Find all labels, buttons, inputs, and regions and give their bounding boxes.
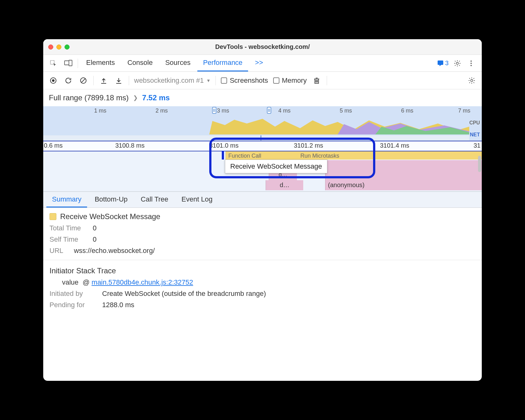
stack-trace-title: Initiator Stack Trace bbox=[49, 266, 476, 275]
upload-icon[interactable] bbox=[99, 76, 109, 86]
axis-tick: 1 ms bbox=[94, 108, 106, 114]
performance-toolbar: websocketking.com #1 ▼ Screenshots Memor… bbox=[43, 72, 482, 89]
flamechart-tooltip: Receive WebSocket Message bbox=[225, 160, 327, 173]
svg-point-16 bbox=[471, 79, 473, 81]
url-value: wss://echo.websocket.org/ bbox=[74, 247, 155, 255]
axis-tick: 5 ms bbox=[340, 108, 352, 114]
flamechart[interactable]: 0.6 ms 3100.8 ms 3101.0 ms 3101.2 ms 310… bbox=[43, 141, 482, 192]
chevron-right-icon: ❯ bbox=[133, 94, 138, 101]
flamechart-bar[interactable]: (anonymous) bbox=[325, 180, 482, 190]
screenshots-label: Screenshots bbox=[230, 76, 268, 85]
settings-gear-icon[interactable] bbox=[452, 58, 462, 68]
device-toolbar-icon[interactable] bbox=[61, 55, 75, 71]
tab-performance[interactable]: Performance bbox=[197, 55, 248, 71]
checkbox-icon bbox=[221, 77, 227, 84]
flamechart-bar[interactable] bbox=[325, 170, 482, 180]
separator bbox=[78, 59, 78, 68]
reload-record-button[interactable] bbox=[63, 76, 73, 86]
svg-rect-3 bbox=[438, 60, 443, 65]
total-time-value: 0 bbox=[93, 224, 96, 232]
more-vertical-icon[interactable] bbox=[466, 58, 476, 68]
svg-point-7 bbox=[470, 65, 472, 66]
svg-point-9 bbox=[52, 79, 55, 82]
axis-tick: 4 ms bbox=[278, 108, 290, 114]
flamechart-bar[interactable]: Function Call Run Microtasks bbox=[226, 151, 482, 160]
memory-label: Memory bbox=[282, 76, 307, 85]
axis-tick: 2 ms bbox=[155, 108, 168, 114]
memory-checkbox[interactable]: Memory bbox=[273, 76, 307, 85]
separator bbox=[216, 76, 216, 85]
window-title: DevTools - websocketking.com/ bbox=[43, 43, 482, 50]
overview-handle-left[interactable] bbox=[212, 107, 216, 114]
svg-rect-2 bbox=[69, 60, 72, 66]
stack-frame: value @ main.5780db4e.chunk.js:2:32752 bbox=[49, 278, 476, 286]
tab-call-tree[interactable]: Call Tree bbox=[135, 192, 174, 207]
capture-settings-gear-icon[interactable] bbox=[467, 76, 477, 86]
record-button[interactable] bbox=[48, 76, 58, 86]
net-strip bbox=[43, 135, 469, 140]
cpu-chart bbox=[43, 117, 469, 134]
axis-tick: 6 ms bbox=[401, 108, 413, 114]
recording-name: websocketking.com #1 bbox=[134, 76, 204, 85]
tab-console[interactable]: Console bbox=[122, 55, 159, 71]
issues-badge[interactable]: 3 bbox=[437, 60, 449, 67]
separator bbox=[327, 76, 327, 85]
checkbox-icon bbox=[273, 77, 279, 84]
recording-selector[interactable]: websocketking.com #1 ▼ bbox=[134, 76, 211, 85]
tab-event-log[interactable]: Event Log bbox=[176, 192, 218, 207]
axis-tick: 3 ms bbox=[217, 108, 229, 114]
svg-point-6 bbox=[470, 63, 472, 64]
axis-tick: 7 ms bbox=[458, 108, 470, 114]
range-breadcrumb: Full range (7899.18 ms) ❯ 7.52 ms bbox=[43, 89, 482, 106]
devtools-window: DevTools - websocketking.com/ Elements C… bbox=[43, 39, 482, 381]
close-window-button[interactable] bbox=[48, 45, 53, 50]
tabs-overflow-button[interactable]: >> bbox=[249, 55, 269, 71]
initiated-by-value: Create WebSocket (outside of the breadcr… bbox=[102, 290, 266, 298]
screenshots-checkbox[interactable]: Screenshots bbox=[221, 76, 268, 85]
url-label: URL bbox=[49, 247, 68, 255]
minimize-window-button[interactable] bbox=[56, 45, 61, 50]
flamechart-bar[interactable]: d… bbox=[266, 180, 303, 190]
dropdown-chevron-icon: ▼ bbox=[206, 78, 211, 83]
full-range-label[interactable]: Full range (7899.18 ms) bbox=[49, 93, 129, 102]
traffic-lights bbox=[48, 45, 70, 50]
net-track-label: NET bbox=[470, 132, 480, 138]
cpu-track-label: CPU bbox=[469, 120, 480, 126]
maximize-window-button[interactable] bbox=[65, 45, 70, 50]
devtools-tabs: Elements Console Sources Performance >> … bbox=[43, 55, 482, 72]
total-time-label: Total Time bbox=[49, 224, 87, 232]
category-color-swatch bbox=[49, 213, 56, 220]
separator bbox=[93, 76, 94, 85]
timeline-overview[interactable]: 1 ms 2 ms 3 ms 4 ms 5 ms 6 ms 7 ms CPU N… bbox=[43, 106, 482, 141]
svg-point-5 bbox=[470, 60, 472, 62]
separator bbox=[129, 76, 129, 85]
overview-axis: 1 ms 2 ms 3 ms 4 ms 5 ms 6 ms 7 ms bbox=[43, 108, 482, 115]
svg-point-4 bbox=[456, 62, 459, 64]
titlebar: DevTools - websocketking.com/ bbox=[43, 39, 482, 55]
download-icon[interactable] bbox=[114, 76, 124, 86]
initiated-by-label: Initiated by bbox=[49, 290, 96, 298]
self-time-value: 0 bbox=[93, 235, 96, 244]
tab-bottom-up[interactable]: Bottom-Up bbox=[89, 192, 133, 207]
issues-count: 3 bbox=[445, 60, 449, 67]
selected-range[interactable]: 7.52 ms bbox=[142, 93, 170, 102]
summary-title: Receive WebSocket Message bbox=[49, 212, 476, 221]
tab-sources[interactable]: Sources bbox=[159, 55, 196, 71]
pending-for-label: Pending for bbox=[49, 301, 96, 309]
summary-panel: Receive WebSocket Message Total Time 0 S… bbox=[43, 208, 482, 381]
collect-garbage-icon[interactable] bbox=[312, 76, 322, 86]
pending-for-value: 1288.0 ms bbox=[102, 301, 134, 309]
tab-summary[interactable]: Summary bbox=[46, 192, 87, 207]
tab-elements[interactable]: Elements bbox=[81, 55, 121, 71]
inspect-element-icon[interactable] bbox=[46, 55, 60, 71]
overview-handle-right[interactable] bbox=[267, 107, 271, 114]
self-time-label: Self Time bbox=[49, 235, 87, 244]
stack-source-link[interactable]: main.5780db4e.chunk.js:2:32752 bbox=[91, 278, 193, 286]
clear-button[interactable] bbox=[78, 76, 88, 86]
divider bbox=[43, 260, 482, 260]
details-tabs: Summary Bottom-Up Call Tree Event Log bbox=[43, 192, 482, 208]
svg-line-11 bbox=[81, 79, 85, 82]
scrollbar-thumb[interactable] bbox=[478, 156, 481, 172]
selection-outline bbox=[43, 141, 482, 151]
